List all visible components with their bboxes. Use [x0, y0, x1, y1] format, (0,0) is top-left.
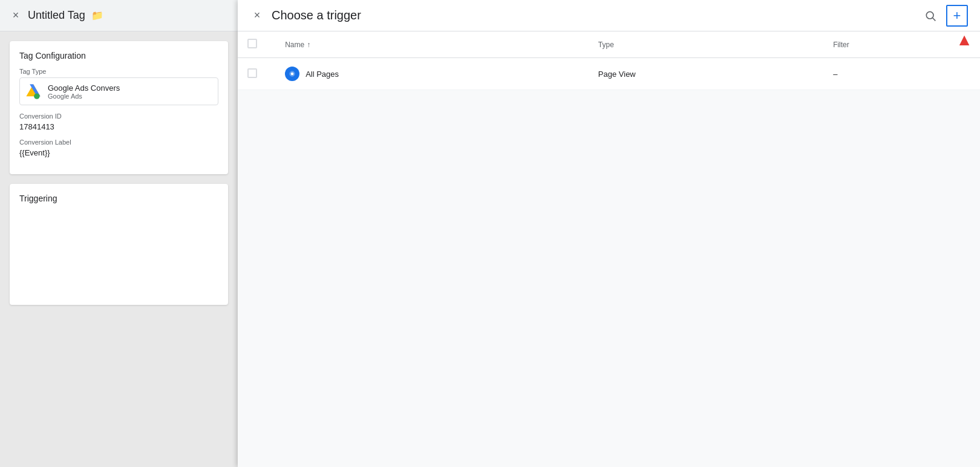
- row-filter-cell: –: [823, 58, 980, 90]
- trigger-table: Name ↑ Type Filter: [238, 31, 980, 90]
- tag-type-label: Tag Type: [19, 68, 218, 75]
- tag-type-sub: Google Ads: [48, 93, 120, 100]
- google-ads-logo: [25, 83, 42, 100]
- row-type-cell: Page View: [589, 58, 823, 90]
- tag-type-row[interactable]: Google Ads Convers Google Ads: [19, 77, 218, 105]
- tag-config-title: Tag Configuration: [19, 51, 218, 60]
- triggering-card: Triggering: [10, 184, 228, 305]
- trigger-table-body: All Pages Page View –: [238, 58, 980, 90]
- tag-type-name: Google Ads Convers: [48, 83, 120, 93]
- th-type: Type: [589, 31, 823, 58]
- tag-editor-content: Tag Configuration Tag Type Google Ads Co…: [0, 31, 238, 467]
- row-name-cell: All Pages: [275, 58, 589, 90]
- table-header-row: Name ↑ Type Filter: [238, 31, 980, 58]
- add-icon: +: [953, 8, 961, 24]
- overlay-title: Choose a trigger: [272, 8, 920, 22]
- th-name[interactable]: Name ↑: [275, 31, 589, 58]
- table-row[interactable]: All Pages Page View –: [238, 58, 980, 90]
- folder-icon: 📁: [91, 10, 103, 21]
- overlay-header: × Choose a trigger + ▲: [238, 0, 980, 31]
- conversion-id-value: 17841413: [19, 122, 218, 131]
- sort-ascending-icon: ↑: [307, 41, 310, 49]
- header-actions: +: [920, 5, 968, 27]
- name-sort-control[interactable]: Name ↑: [285, 41, 579, 49]
- choose-trigger-panel: × Choose a trigger + ▲: [238, 0, 980, 467]
- trigger-name: All Pages: [305, 70, 339, 79]
- th-checkbox: [238, 31, 275, 58]
- th-name-label: Name: [285, 41, 304, 49]
- tag-editor-title: Untitled Tag: [28, 9, 85, 22]
- search-button[interactable]: [920, 5, 941, 27]
- trigger-row-content: All Pages: [285, 67, 579, 81]
- red-arrow-annotation: ▲: [956, 31, 973, 48]
- row-checkbox-cell: [238, 58, 275, 90]
- row-checkbox[interactable]: [247, 68, 257, 78]
- svg-line-4: [933, 18, 936, 21]
- conversion-label-label: Conversion Label: [19, 139, 218, 146]
- header-checkbox[interactable]: [247, 39, 257, 48]
- trigger-icon: [285, 67, 299, 81]
- tag-editor-header: × Untitled Tag 📁: [0, 0, 238, 31]
- svg-point-3: [926, 11, 933, 19]
- add-trigger-button[interactable]: +: [946, 5, 968, 27]
- tag-config-card: Tag Configuration Tag Type Google Ads Co…: [10, 41, 228, 174]
- conversion-label-value: {{Event}}: [19, 148, 218, 157]
- conversion-id-label: Conversion ID: [19, 113, 218, 120]
- tag-editor-panel: × Untitled Tag 📁 Tag Configuration Tag T…: [0, 0, 238, 467]
- svg-point-2: [34, 94, 39, 99]
- overlay-close-button[interactable]: ×: [250, 8, 264, 23]
- triggering-title: Triggering: [19, 194, 218, 203]
- trigger-list-wrapper[interactable]: Name ↑ Type Filter: [238, 31, 980, 467]
- search-icon: [924, 10, 936, 22]
- svg-point-6: [291, 73, 294, 76]
- bg-close-icon[interactable]: ×: [10, 10, 22, 22]
